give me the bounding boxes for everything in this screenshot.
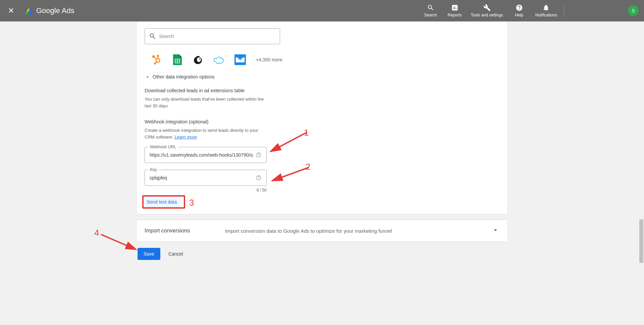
learn-more-link[interactable]: Learn more xyxy=(175,134,197,140)
nav-reports[interactable]: Reports xyxy=(447,4,463,17)
hubspot-icon[interactable] xyxy=(151,54,162,65)
webhook-url-field: Webhook URL xyxy=(145,147,267,163)
help-circle-icon[interactable] xyxy=(256,175,262,181)
scrollbar-thumb[interactable] xyxy=(639,219,643,260)
svg-point-12 xyxy=(197,57,201,62)
svg-line-20 xyxy=(101,234,136,250)
chevron-up-icon xyxy=(145,74,151,80)
svg-point-2 xyxy=(157,55,159,57)
nav-help[interactable]: Help xyxy=(511,4,527,17)
bell-icon xyxy=(542,4,550,11)
close-icon[interactable]: ✕ xyxy=(5,4,17,18)
webhook-title: Webhook integration (optional) xyxy=(145,119,499,124)
other-integration-toggle[interactable]: Other data integration options xyxy=(145,74,499,80)
svg-point-13 xyxy=(199,59,200,60)
svg-point-5 xyxy=(156,58,160,62)
help-circle-icon[interactable] xyxy=(256,152,262,158)
search-input[interactable] xyxy=(159,34,276,39)
scrollbar[interactable] xyxy=(639,21,644,260)
campaign-monitor-icon[interactable] xyxy=(234,54,246,65)
annotation-number-4: 4 xyxy=(94,228,99,238)
search-icon xyxy=(427,4,434,11)
webhook-key-field: Key xyxy=(145,170,267,186)
app-header: ✕ Google Ads Search Reports Tools and se… xyxy=(0,0,644,21)
webhook-desc: Create a webhook integration to send lea… xyxy=(145,127,265,140)
nav-notifications[interactable]: Notifications xyxy=(535,4,557,17)
nav-search[interactable]: Search xyxy=(423,4,439,17)
webhook-url-label: Webhook URL xyxy=(148,145,178,149)
import-conversions-desc: Import conversion data to Google Ads to … xyxy=(225,228,471,234)
import-conversions-title: Import conversions xyxy=(145,228,205,234)
reports-icon xyxy=(451,4,459,11)
mailchimp-icon[interactable] xyxy=(193,54,204,65)
header-nav: Search Reports Tools and settings Help N… xyxy=(423,4,557,17)
svg-point-0 xyxy=(25,12,28,15)
app-title: Google Ads xyxy=(36,6,74,15)
integration-icons-row: +4,300 more xyxy=(145,54,499,65)
cancel-button[interactable]: Cancel xyxy=(168,251,183,257)
form-actions: Save Cancel xyxy=(138,248,508,260)
download-leads-title: Download collected leads in ad extension… xyxy=(145,88,499,93)
help-icon xyxy=(516,4,523,11)
svg-point-17 xyxy=(259,179,259,179)
send-test-data-button[interactable]: Send test data xyxy=(143,197,181,207)
webhook-key-input[interactable] xyxy=(150,175,253,180)
user-avatar[interactable]: S xyxy=(628,5,639,16)
app-logo: Google Ads xyxy=(25,6,74,15)
download-leads-desc: You can only download leads that've been… xyxy=(145,96,265,109)
divider xyxy=(564,5,564,17)
svg-point-7 xyxy=(154,63,156,64)
lead-form-settings-card: +4,300 more Other data integration optio… xyxy=(136,21,508,214)
google-sheets-icon[interactable] xyxy=(172,54,183,65)
webhook-key-label: Key xyxy=(148,167,159,172)
key-char-counter: 8 / 50 xyxy=(145,188,267,193)
integration-search[interactable] xyxy=(145,28,280,44)
nav-tools[interactable]: Tools and settings xyxy=(471,4,503,17)
chevron-down-icon xyxy=(491,226,499,235)
search-icon xyxy=(149,33,156,40)
webhook-url-input[interactable] xyxy=(150,152,253,158)
svg-point-1 xyxy=(153,56,154,57)
salesforce-icon[interactable] xyxy=(214,54,224,65)
integrations-more-link[interactable]: +4,300 more xyxy=(256,57,282,62)
save-button[interactable]: Save xyxy=(138,248,160,260)
svg-point-15 xyxy=(259,156,259,156)
import-conversions-card[interactable]: Import conversions Import conversion dat… xyxy=(136,220,508,242)
tools-icon xyxy=(483,4,491,11)
other-integration-label: Other data integration options xyxy=(153,74,214,79)
google-ads-logo-icon xyxy=(25,6,34,15)
